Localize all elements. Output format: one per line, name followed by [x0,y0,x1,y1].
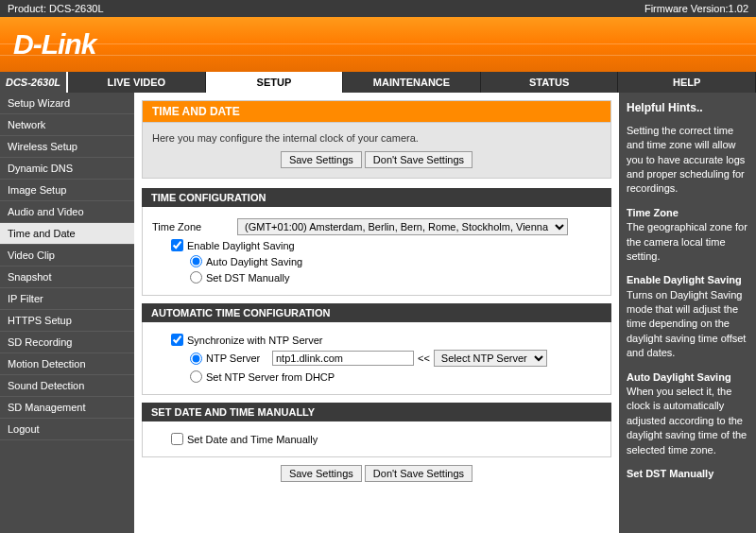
sidebar-item-network[interactable]: Network [0,114,134,136]
enable-dst-checkbox[interactable] [171,239,183,251]
section-auto-time: AUTOMATIC TIME CONFIGURATION [142,303,611,322]
set-dst-label: Set DST Manually [206,272,289,284]
intro-box: Here you may configure the internal cloc… [142,122,611,179]
sidebar-item-sd-management[interactable]: SD Management [0,397,134,419]
hints-title: Helpful Hints.. [627,100,748,116]
sidebar-item-dynamic-dns[interactable]: Dynamic DNS [0,158,134,180]
time-config-body: Time Zone (GMT+01:00) Amsterdam, Berlin,… [142,207,611,296]
sidebar-item-snapshot[interactable]: Snapshot [0,266,134,288]
main-content: TIME AND DATE Here you may configure the… [134,93,619,533]
save-button-bottom[interactable]: Save Settings [281,465,362,482]
ntp-select[interactable]: Select NTP Server [434,350,547,367]
sidebar-item-motion-detection[interactable]: Motion Detection [0,353,134,375]
set-dst-radio[interactable] [190,271,202,284]
firmware-label: Firmware Version:1.02 [644,3,748,14]
manual-body: Set Date and Time Manually [142,421,611,457]
enable-dst-label: Enable Daylight Saving [187,240,295,251]
hints-h5: Set DST Manually [627,467,748,481]
model-label: DCS-2630L [0,72,68,93]
sidebar-item-time-and-date[interactable]: Time and Date [0,223,134,245]
sidebar-item-video-clip[interactable]: Video Clip [0,245,134,266]
ntp-server-label: NTP Server [206,352,272,364]
auto-dst-radio[interactable] [190,255,202,267]
tab-maintenance[interactable]: MAINTENANCE [343,72,481,93]
dont-save-button-top[interactable]: Don't Save Settings [365,151,472,168]
ntp-arrows: << [418,352,430,364]
hints-p2: The geographical zone for the camera loc… [627,221,747,262]
dont-save-button-bottom[interactable]: Don't Save Settings [365,465,472,482]
page-title: TIME AND DATE [142,100,611,122]
auto-time-body: Synchronize with NTP Server NTP Server <… [142,322,611,395]
sidebar-item-image-setup[interactable]: Image Setup [0,180,134,201]
ntp-dhcp-radio[interactable] [190,370,202,383]
ntp-server-radio[interactable] [190,352,202,365]
product-label: Product: DCS-2630L [8,3,104,14]
hints-h3: Enable Daylight Saving [627,273,748,287]
tab-status[interactable]: STATUS [481,72,619,93]
manual-label: Set Date and Time Manually [187,434,318,445]
sidebar-item-logout[interactable]: Logout [0,419,134,440]
intro-text: Here you may configure the internal cloc… [152,132,601,144]
manual-checkbox[interactable] [171,433,183,445]
hints-p4: When you select it, the clock is automat… [627,386,747,456]
hints-panel: Helpful Hints.. Setting the correct time… [619,93,756,533]
section-time-config: TIME CONFIGURATION [142,188,611,207]
hints-p3: Turns on Daylight Saving mode that will … [627,289,746,359]
ntp-dhcp-label: Set NTP Server from DHCP [206,371,335,383]
auto-dst-label: Auto Daylight Saving [206,256,302,267]
section-manual: SET DATE AND TIME MANUALLY [142,403,611,421]
sidebar-item-sd-recording[interactable]: SD Recording [0,332,134,353]
dlink-logo: D-Link [13,28,95,60]
sync-ntp-label: Synchronize with NTP Server [187,335,322,346]
save-button-top[interactable]: Save Settings [281,151,362,168]
hints-p1: Setting the correct time and time zone w… [627,124,748,197]
banner: D-Link [0,17,756,72]
sidebar-item-sound-detection[interactable]: Sound Detection [0,375,134,397]
sync-ntp-checkbox[interactable] [171,334,183,346]
tab-setup[interactable]: SETUP [206,72,344,93]
timezone-select[interactable]: (GMT+01:00) Amsterdam, Berlin, Bern, Rom… [237,218,568,235]
sidebar-item-audio-and-video[interactable]: Audio and Video [0,201,134,223]
tab-live-video[interactable]: LIVE VIDEO [68,72,206,93]
ntp-server-input[interactable] [272,351,414,366]
sidebar-item-ip-filter[interactable]: IP Filter [0,288,134,310]
sidebar-item-wireless-setup[interactable]: Wireless Setup [0,136,134,158]
sidebar: Setup WizardNetworkWireless SetupDynamic… [0,93,134,533]
sidebar-item-setup-wizard[interactable]: Setup Wizard [0,93,134,114]
top-bar: Product: DCS-2630L Firmware Version:1.02 [0,0,756,17]
tabs-row: DCS-2630L LIVE VIDEOSETUPMAINTENANCESTAT… [0,72,756,93]
hints-h2: Time Zone [627,206,748,220]
timezone-label: Time Zone [152,221,237,232]
sidebar-item-https-setup[interactable]: HTTPS Setup [0,310,134,332]
tab-help[interactable]: HELP [618,72,756,93]
hints-h4: Auto Daylight Saving [627,370,748,385]
